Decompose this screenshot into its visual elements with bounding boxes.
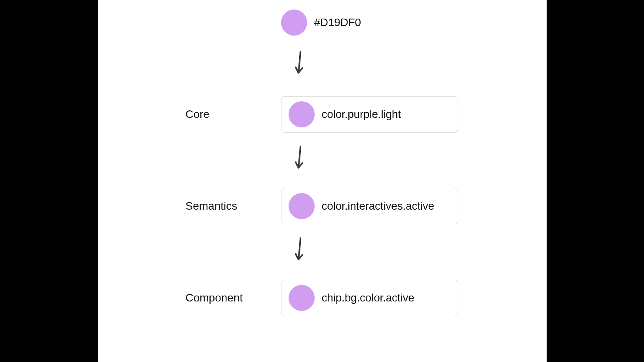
category-label-core: Core (186, 108, 257, 121)
component-token: chip.bg.color.active (281, 280, 458, 316)
component-token-name: chip.bg.color.active (322, 292, 414, 304)
category-label-semantics: Semantics (186, 200, 257, 212)
semantics-token-name: color.interactives.active (322, 200, 434, 212)
category-label-component: Component (186, 292, 257, 304)
diagram-canvas: #D19DF0 Core color.purple.light Semantic… (98, 0, 547, 362)
semantics-token: color.interactives.active (281, 188, 458, 224)
arrow-down-icon (293, 145, 307, 173)
color-swatch (289, 193, 315, 219)
core-row: Core color.purple.light (98, 97, 547, 132)
core-token: color.purple.light (281, 96, 458, 133)
color-swatch (289, 285, 315, 311)
core-token-name: color.purple.light (322, 108, 401, 121)
component-row: Component chip.bg.color.active (98, 280, 547, 316)
arrow-down-icon (293, 50, 307, 78)
hex-label: #D19DF0 (314, 16, 361, 29)
color-swatch (281, 9, 307, 36)
color-swatch (289, 101, 315, 127)
arrow-down-icon (293, 237, 307, 265)
hex-row: #D19DF0 (98, 9, 547, 36)
semantics-row: Semantics color.interactives.active (98, 188, 547, 224)
hex-token: #D19DF0 (281, 9, 361, 36)
